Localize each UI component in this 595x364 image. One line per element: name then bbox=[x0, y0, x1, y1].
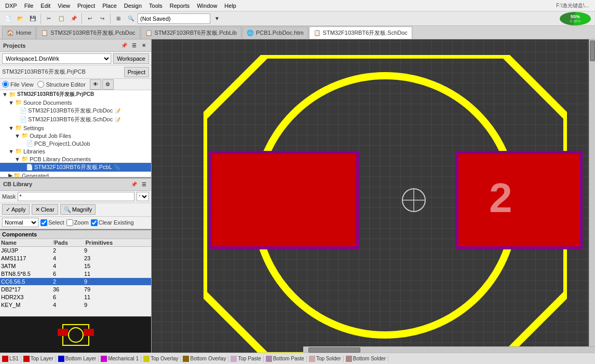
tree-libraries[interactable]: ▼ 📁 Libraries bbox=[0, 147, 151, 155]
tab-schdoc[interactable]: 📋 STM32F103RBT6开发板.SchDoc bbox=[309, 26, 412, 39]
menu-help[interactable]: Help bbox=[221, 2, 239, 10]
clear-btn[interactable]: ✕ Clear bbox=[32, 204, 58, 215]
comp-row[interactable]: KEY_M 4 9 bbox=[0, 301, 151, 309]
mask-type-select[interactable]: * bbox=[137, 192, 149, 201]
cb-pin-btn[interactable]: 📌 bbox=[130, 180, 138, 188]
status-top-paste[interactable]: Top Paste bbox=[231, 356, 263, 362]
select-checkbox[interactable] bbox=[40, 219, 47, 226]
open-btn[interactable]: 📂 bbox=[15, 13, 26, 24]
col-name-header[interactable]: Name bbox=[1, 240, 53, 246]
structure-editor-radio[interactable]: Structure Editor bbox=[37, 81, 85, 88]
bottom-solder-color bbox=[346, 356, 352, 362]
copy-btn[interactable]: 📋 bbox=[56, 13, 67, 24]
grid-btn[interactable]: ⊞ bbox=[113, 13, 124, 24]
clear-existing-check-label[interactable]: Clear Existing bbox=[91, 219, 134, 226]
folder-icon: 📁 bbox=[9, 91, 16, 98]
tab-pcbdoc[interactable]: 📋 STM32F103RBT6开发板.PcbDoc bbox=[36, 26, 140, 39]
status-bottom-layer[interactable]: Bottom Layer bbox=[58, 356, 99, 362]
undo-btn[interactable]: ↩ bbox=[84, 13, 96, 24]
menu-view[interactable]: View bbox=[55, 2, 73, 10]
tree-outjob[interactable]: 📄 PCB_Project1.OutJob bbox=[0, 139, 151, 147]
comp-row[interactable]: AMS1117 4 23 bbox=[0, 255, 151, 262]
zoom-check-label[interactable]: Zoom bbox=[66, 219, 89, 226]
tree-schdoc[interactable]: 📄 STM32F103RBT6开发板.SchDoc 📝 bbox=[0, 115, 151, 124]
file-view-radio[interactable]: File View bbox=[2, 81, 33, 88]
menu-project[interactable]: Project bbox=[74, 2, 98, 10]
menu-design[interactable]: Design bbox=[121, 2, 145, 10]
menu-dxp[interactable]: DXP bbox=[2, 2, 20, 10]
comp-row[interactable]: HDR2X3 6 11 bbox=[0, 293, 151, 301]
tree-source-docs[interactable]: ▼ 📁 Source Documents bbox=[0, 99, 151, 106]
tab-pcblib[interactable]: 📋 STM32F103RBT6开发板.PcbLib bbox=[141, 26, 241, 39]
tree-pcblib-selected[interactable]: 📄 STM32F103RBT6开发板.PcbL 📎 bbox=[0, 163, 151, 172]
menu-file[interactable]: File bbox=[21, 2, 37, 10]
mechanical-label: Mechanical 1 bbox=[108, 356, 139, 361]
bottom-paste-color bbox=[266, 356, 272, 362]
menu-window[interactable]: Window bbox=[194, 2, 220, 10]
status-top-layer[interactable]: Top Layer bbox=[23, 356, 56, 362]
cut-btn[interactable]: ✂ bbox=[43, 13, 55, 24]
tree-generated[interactable]: ▶ 📁 Generated bbox=[0, 172, 151, 177]
menu-tools[interactable]: Tools bbox=[146, 2, 166, 10]
comp-row[interactable]: DB2*17 36 79 bbox=[0, 286, 151, 293]
menu-bar: DXP File Edit View Project Place Design … bbox=[0, 0, 595, 11]
panel-close-btn[interactable]: ✕ bbox=[140, 41, 148, 50]
menu-place[interactable]: Place bbox=[99, 2, 120, 10]
tree-output-jobs[interactable]: ▼ 📁 Output Job Files bbox=[0, 132, 151, 139]
struct-icon-btn1[interactable]: 👁 bbox=[90, 79, 101, 90]
comp-row[interactable]: CC6.56.5 2 9 bbox=[0, 278, 151, 286]
tab-pcbdoc-htm[interactable]: 🌐 PCB1.PcbDoc.htm bbox=[242, 26, 308, 39]
paste-btn[interactable]: 📌 bbox=[68, 13, 79, 24]
zoom-checkbox[interactable] bbox=[66, 219, 73, 226]
apply-btn[interactable]: ✓ Apply bbox=[2, 204, 30, 215]
comp-row[interactable]: 3ATM 4 15 bbox=[0, 262, 151, 270]
panel-menu-btn[interactable]: ☰ bbox=[130, 41, 138, 50]
col-pads-header[interactable]: Pads bbox=[55, 240, 86, 246]
status-mechanical[interactable]: Mechanical 1 bbox=[101, 356, 141, 362]
tree-project-root[interactable]: ▼ 📁 STM32F103RBT6开发板.PrjPCB bbox=[0, 90, 151, 99]
status-top-solder[interactable]: Top Solder bbox=[309, 356, 344, 362]
clear-existing-checkbox[interactable] bbox=[91, 219, 98, 226]
struct-icon-btn2[interactable]: ⚙ bbox=[102, 79, 114, 90]
new-btn[interactable]: 📄 bbox=[2, 13, 13, 24]
pcb-canvas[interactable]: 2 bbox=[152, 39, 595, 353]
comp-row[interactable]: BTN8.5*8.5 6 11 bbox=[0, 270, 151, 278]
dropdown-btn[interactable]: ▼ bbox=[211, 13, 223, 24]
menu-edit[interactable]: Edit bbox=[37, 2, 53, 10]
save-btn[interactable]: 💾 bbox=[27, 13, 38, 24]
zoom-btn[interactable]: 🔍 bbox=[125, 13, 137, 24]
speed-indicator: 55% 0.1K/s bbox=[560, 12, 591, 25]
normal-select[interactable]: Normal bbox=[2, 218, 38, 227]
status-top-overlay[interactable]: Top Overlay bbox=[143, 356, 181, 362]
canvas-area[interactable]: 2 bbox=[152, 39, 595, 353]
status-bottom-solder[interactable]: Bottom Solder bbox=[346, 356, 388, 362]
comp-row[interactable]: J6U3P 2 9 bbox=[0, 247, 151, 255]
status-bottom-paste[interactable]: Bottom Paste bbox=[266, 356, 307, 362]
menu-reports[interactable]: Reports bbox=[167, 2, 193, 10]
pad-left bbox=[209, 151, 359, 249]
tree-pcbdoc[interactable]: 📄 STM32F103RBT6开发板.PcbDoc 📝 bbox=[0, 106, 151, 115]
workspace-select[interactable]: Workspace1.DsnWrk bbox=[2, 53, 111, 64]
tree-pcb-lib-docs[interactable]: ▼ 📁 PCB Library Documents bbox=[0, 155, 151, 163]
panel-pin-btn[interactable]: 📌 bbox=[120, 41, 128, 50]
status-bottom-overlay[interactable]: Bottom Overlay bbox=[183, 356, 228, 362]
tab-home[interactable]: 🏠 Home bbox=[2, 26, 36, 39]
hscrollbar-thumb[interactable] bbox=[308, 347, 360, 353]
cb-menu-btn[interactable]: ☰ bbox=[140, 180, 148, 188]
project-btn[interactable]: Project bbox=[124, 67, 149, 77]
file-tree: ▼ 📁 STM32F103RBT6开发板.PrjPCB ▼ 📁 Source D… bbox=[0, 90, 151, 177]
vertical-scrollbar[interactable] bbox=[589, 39, 595, 353]
magnify-btn[interactable]: 🔍 Magnify bbox=[60, 204, 96, 215]
folder-icon: 📁 bbox=[15, 124, 22, 131]
not-saved-input[interactable] bbox=[138, 13, 210, 24]
col-prim-header[interactable]: Primitives bbox=[86, 240, 127, 246]
redo-btn[interactable]: ↪ bbox=[97, 13, 108, 24]
select-check-label[interactable]: Select bbox=[40, 219, 64, 226]
cursor-svg bbox=[401, 187, 427, 213]
action-btn-row: ✓ Apply ✕ Clear 🔍 Magnify bbox=[0, 203, 151, 217]
scrollbar-thumb[interactable] bbox=[590, 40, 595, 61]
tree-settings[interactable]: ▼ 📁 Settings bbox=[0, 124, 151, 132]
mask-input[interactable] bbox=[18, 192, 134, 201]
workspace-btn[interactable]: Workspace bbox=[113, 53, 149, 64]
horizontal-scrollbar[interactable] bbox=[303, 346, 595, 353]
